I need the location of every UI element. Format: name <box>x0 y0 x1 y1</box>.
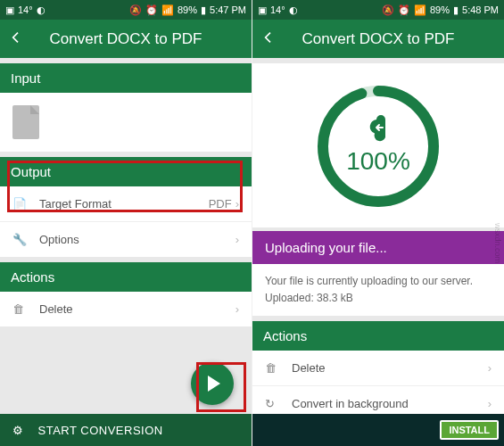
temp: 14° <box>18 4 33 15</box>
trash-icon: 🗑 <box>12 302 30 316</box>
convert-bg-label: Convert in background <box>292 397 488 410</box>
screenshot-right: ▣ 14° ◐ 🔕 ⏰ 📶 89% ▮ 5:48 PM Convert DOCX… <box>252 0 504 446</box>
chevron-right-icon: › <box>235 233 239 246</box>
page-title: Convert DOCX to PDF <box>30 30 221 48</box>
target-format-value: PDF <box>209 197 232 211</box>
upload-msg: Your file is currently uploading to our … <box>265 273 492 290</box>
section-output-header: Output <box>0 157 252 186</box>
page-title: Convert DOCX to PDF <box>283 30 474 48</box>
watermark: wsxdn.com <box>493 223 502 263</box>
start-conversion-label: START CONVERSION <box>38 424 163 437</box>
app-bar: Convert DOCX to PDF <box>0 20 252 58</box>
delete-row[interactable]: 🗑 Delete › <box>252 351 504 386</box>
temp: 14° <box>270 4 285 15</box>
back-button[interactable] <box>9 30 30 48</box>
target-format-label: Target Format <box>39 197 209 211</box>
battery-icon: ▮ <box>201 4 206 16</box>
input-file-row[interactable] <box>0 93 252 152</box>
upload-size: Uploaded: 38.3 kB <box>265 290 492 307</box>
start-conversion-bar[interactable]: ⚙ START CONVERSION <box>0 414 252 446</box>
upload-header: Uploading your file... <box>252 231 504 264</box>
file-icon: 📄 <box>12 197 30 211</box>
ad-banner[interactable]: INSTALL <box>252 414 504 446</box>
trash-icon: 🗑 <box>265 361 283 375</box>
gear-icon: ⚙ <box>12 424 24 437</box>
chevron-left-icon <box>261 30 276 45</box>
alarm-icon: ⏰ <box>398 4 410 16</box>
notif-icon: ◐ <box>37 4 45 16</box>
wrench-icon: 🔧 <box>12 233 30 246</box>
start-fab[interactable] <box>191 362 234 405</box>
options-label: Options <box>39 233 235 246</box>
play-icon <box>208 376 220 392</box>
target-format-row[interactable]: 📄 Target Format PDF › <box>0 186 252 222</box>
mute-icon: 🔕 <box>382 4 394 16</box>
clock: 5:47 PM <box>210 4 246 15</box>
progress-ring: 100% <box>311 79 445 213</box>
delete-label: Delete <box>292 361 488 375</box>
document-icon <box>12 105 39 139</box>
mute-icon: 🔕 <box>129 4 142 16</box>
delete-label: Delete <box>39 302 235 316</box>
chevron-right-icon: › <box>488 361 492 375</box>
progress-percent: 100% <box>346 147 410 176</box>
options-row[interactable]: 🔧 Options › <box>0 222 252 257</box>
clock: 5:48 PM <box>462 4 499 15</box>
progress-panel: 100% <box>252 63 504 227</box>
cloud-upload-icon <box>363 117 393 144</box>
section-input-header: Input <box>0 63 252 93</box>
chevron-right-icon: › <box>488 397 492 410</box>
chevron-left-icon <box>9 30 23 45</box>
notif-icon: ◐ <box>289 4 298 16</box>
status-bar: ▣ 14° ◐ 🔕 ⏰ 📶 89% ▮ 5:48 PM <box>252 0 504 20</box>
app-bar: Convert DOCX to PDF <box>252 20 504 58</box>
back-button[interactable] <box>261 30 283 48</box>
screenshot-left: ▣ 14° ◐ 🔕 ⏰ 📶 89% ▮ 5:47 PM Convert DOCX… <box>0 0 252 446</box>
signal-icon: 📶 <box>161 4 174 16</box>
chevron-right-icon: › <box>235 302 239 316</box>
delete-row[interactable]: 🗑 Delete › <box>0 292 252 326</box>
notif-icon: ▣ <box>258 4 267 16</box>
refresh-icon: ↻ <box>265 397 283 410</box>
chevron-right-icon: › <box>235 197 239 211</box>
alarm-icon: ⏰ <box>145 4 158 16</box>
battery-pct: 89% <box>178 4 197 15</box>
section-actions-header: Actions <box>0 262 252 292</box>
status-bar: ▣ 14° ◐ 🔕 ⏰ 📶 89% ▮ 5:47 PM <box>0 0 252 20</box>
notif-icon: ▣ <box>5 4 14 16</box>
upload-body: Your file is currently uploading to our … <box>252 264 504 316</box>
section-actions-header: Actions <box>252 321 504 351</box>
signal-icon: 📶 <box>414 4 426 16</box>
battery-pct: 89% <box>430 4 450 15</box>
battery-icon: ▮ <box>453 4 459 16</box>
install-button[interactable]: INSTALL <box>440 420 499 440</box>
